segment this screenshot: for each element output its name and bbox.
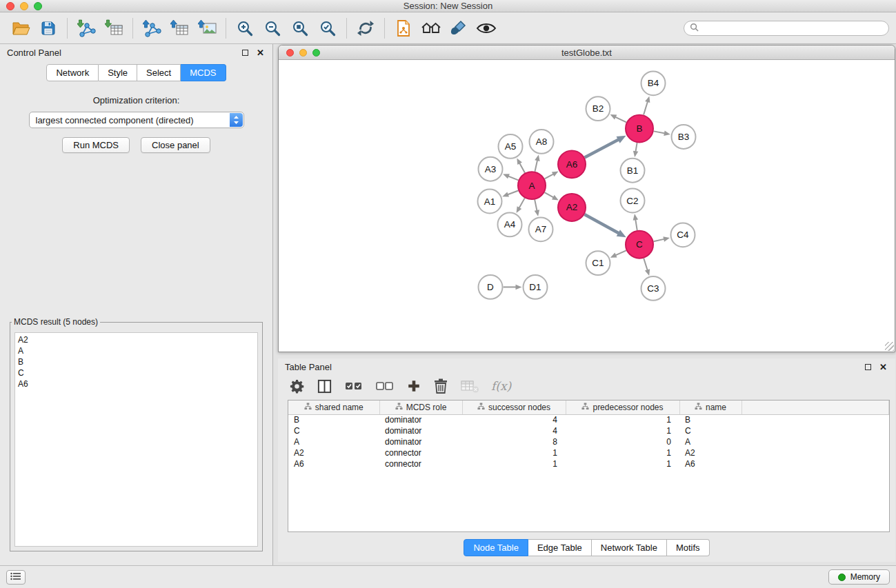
- column-header-name[interactable]: name: [679, 401, 741, 414]
- graph-node-A2[interactable]: A2: [558, 194, 586, 221]
- cell-name[interactable]: A: [679, 436, 741, 447]
- edge-A-A1[interactable]: [506, 191, 518, 195]
- show-hide-icon[interactable]: [472, 15, 500, 41]
- first-neighbors-icon[interactable]: [390, 15, 417, 41]
- import-table-icon[interactable]: [100, 15, 128, 41]
- minimize-window-button[interactable]: [20, 2, 28, 10]
- select-all-icon[interactable]: [344, 376, 364, 396]
- run-mcds-button[interactable]: Run MCDS: [62, 137, 130, 153]
- edge-A-A8[interactable]: [535, 159, 537, 172]
- graph-node-B3[interactable]: B3: [672, 125, 696, 149]
- add-icon[interactable]: [406, 376, 421, 396]
- cell-name[interactable]: C: [679, 425, 741, 436]
- tab-select[interactable]: Select: [137, 64, 181, 81]
- import-network-icon[interactable]: [72, 15, 100, 41]
- save-session-icon[interactable]: [34, 15, 62, 41]
- zoom-out-icon[interactable]: [259, 15, 286, 41]
- zoom-selected-icon[interactable]: [314, 15, 341, 41]
- mcds-result-item[interactable]: C: [15, 367, 257, 378]
- graph-node-C2[interactable]: C2: [621, 189, 645, 213]
- export-image-icon[interactable]: [193, 15, 221, 41]
- graph-node-A7[interactable]: A7: [529, 217, 553, 241]
- cell-mcds-role[interactable]: dominator: [379, 425, 462, 436]
- close-panel-button[interactable]: Close panel: [141, 137, 210, 153]
- network-graph[interactable]: B4B2BB3A5A8A6B1A3AA1C2A2A4A7C4CC1C3DD1: [279, 60, 895, 352]
- table-tab-node-table[interactable]: Node Table: [464, 539, 528, 556]
- cell-successor-nodes[interactable]: 1: [462, 458, 566, 469]
- table-panel-float-icon[interactable]: [865, 364, 871, 370]
- column-header-predecessor-nodes[interactable]: predecessor nodes: [566, 401, 679, 414]
- edge-A-A5[interactable]: [519, 162, 525, 173]
- cell-predecessor-nodes[interactable]: 1: [566, 458, 679, 469]
- graph-node-B2[interactable]: B2: [586, 97, 610, 121]
- graph-node-B[interactable]: B: [626, 115, 653, 143]
- network-minimize-button[interactable]: [299, 49, 307, 57]
- edge-B-B2[interactable]: [614, 116, 626, 123]
- tab-mcds[interactable]: MCDS: [181, 64, 226, 81]
- control-panel-close-icon[interactable]: ✕: [257, 50, 264, 57]
- cell-shared-name[interactable]: A6: [288, 458, 379, 469]
- graph-node-A1[interactable]: A1: [478, 190, 502, 214]
- style-icon[interactable]: [445, 15, 472, 41]
- cell-predecessor-nodes[interactable]: 1: [566, 425, 679, 436]
- mcds-result-item[interactable]: B: [15, 356, 257, 367]
- network-canvas[interactable]: B4B2BB3A5A8A6B1A3AA1C2A2A4A7C4CC1C3DD1: [279, 60, 895, 352]
- column-header-mcds-role[interactable]: MCDS role: [379, 401, 462, 414]
- cell-mcds-role[interactable]: dominator: [379, 436, 462, 447]
- delete-icon[interactable]: [433, 376, 448, 396]
- navigator-icon[interactable]: [417, 15, 445, 41]
- search-input[interactable]: [702, 23, 883, 33]
- edge-A2-C[interactable]: [584, 214, 620, 234]
- graph-node-B4[interactable]: B4: [641, 71, 666, 95]
- cell-predecessor-nodes[interactable]: 0: [566, 436, 679, 447]
- gear-icon[interactable]: [289, 376, 305, 396]
- edge-A-A7[interactable]: [535, 200, 537, 212]
- edge-C-C3[interactable]: [644, 258, 648, 272]
- columns-icon[interactable]: [317, 376, 332, 396]
- graph-node-D[interactable]: D: [479, 275, 503, 299]
- graph-node-A6[interactable]: A6: [558, 150, 586, 178]
- mcds-result-item[interactable]: A: [15, 345, 257, 356]
- table-row[interactable]: A6connector11A6: [288, 458, 889, 469]
- control-panel-float-icon[interactable]: [242, 50, 248, 56]
- tab-network[interactable]: Network: [46, 64, 99, 81]
- table-row[interactable]: A2connector11A2: [288, 447, 889, 458]
- edge-B-B4[interactable]: [644, 100, 648, 114]
- table-row[interactable]: Bdominator41B: [288, 414, 889, 425]
- mcds-result-list[interactable]: A2ABCA6: [14, 332, 258, 547]
- table-tab-motifs[interactable]: Motifs: [667, 539, 710, 556]
- cell-mcds-role[interactable]: connector: [379, 458, 462, 469]
- table-row[interactable]: Cdominator41C: [288, 425, 889, 436]
- graph-node-C4[interactable]: C4: [671, 223, 695, 247]
- cell-successor-nodes[interactable]: 1: [462, 447, 566, 458]
- edge-C-C1[interactable]: [615, 250, 626, 256]
- graph-node-A5[interactable]: A5: [499, 134, 523, 159]
- edge-A-A4[interactable]: [519, 198, 525, 209]
- network-close-button[interactable]: [286, 49, 294, 57]
- table-row[interactable]: Adominator80A: [288, 436, 889, 447]
- cell-mcds-role[interactable]: connector: [379, 447, 462, 458]
- export-table-icon[interactable]: [166, 15, 193, 41]
- cell-predecessor-nodes[interactable]: 1: [566, 414, 679, 425]
- cell-name[interactable]: A2: [679, 447, 741, 458]
- refresh-icon[interactable]: [352, 15, 379, 41]
- resize-grip-icon[interactable]: [885, 342, 894, 351]
- cell-successor-nodes[interactable]: 8: [462, 436, 566, 447]
- open-file-icon[interactable]: [7, 15, 34, 41]
- network-zoom-button[interactable]: [312, 49, 320, 57]
- column-header-successor-nodes[interactable]: successor nodes: [462, 401, 566, 414]
- cell-shared-name[interactable]: C: [288, 425, 379, 436]
- deselect-all-icon[interactable]: [375, 376, 395, 396]
- graph-node-A3[interactable]: A3: [479, 157, 503, 181]
- cell-shared-name[interactable]: A: [288, 436, 379, 447]
- zoom-fit-icon[interactable]: [286, 15, 314, 41]
- cell-predecessor-nodes[interactable]: 1: [566, 447, 679, 458]
- graph-node-C1[interactable]: C1: [586, 251, 610, 275]
- zoom-window-button[interactable]: [34, 2, 42, 10]
- table-tab-edge-table[interactable]: Edge Table: [528, 539, 592, 556]
- table-tab-network-table[interactable]: Network Table: [592, 539, 667, 556]
- graph-node-D1[interactable]: D1: [524, 275, 548, 299]
- mcds-result-item[interactable]: A2: [15, 334, 257, 345]
- graph-node-C[interactable]: C: [626, 231, 653, 258]
- search-box[interactable]: [684, 21, 889, 36]
